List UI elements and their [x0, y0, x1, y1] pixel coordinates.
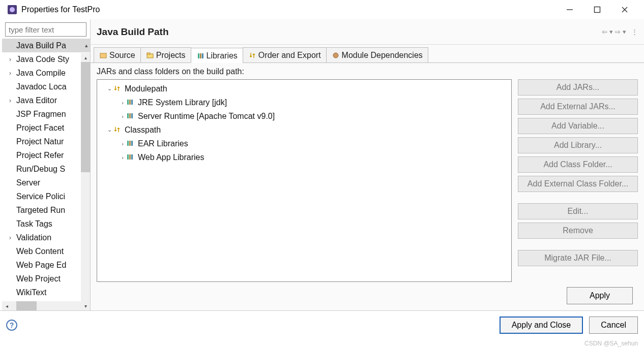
tree-row[interactable]: ›EAR Libraries [100, 137, 508, 150]
sidebar-item[interactable]: Web Page Ed [2, 258, 90, 272]
tree-row[interactable]: ⌄Classpath [100, 123, 508, 137]
source-icon [99, 51, 107, 59]
sidebar-item[interactable]: Project Facet [2, 121, 90, 135]
window-controls [563, 3, 632, 17]
edit-button[interactable]: Edit... [518, 203, 638, 219]
page-toolbar: ⇦ ▾ ⇨ ▾ ⋮ [602, 28, 638, 36]
tab-label: Source [109, 51, 135, 60]
dialog-footer: ? Apply and Close Cancel [0, 311, 644, 339]
chevron-right-icon[interactable]: › [119, 100, 127, 106]
tree-item-label: Classpath [125, 125, 161, 135]
sidebar-item-label: Project Facet [16, 123, 64, 133]
sidebar-item[interactable]: Task Tags [2, 217, 90, 231]
forward-menu-icon[interactable]: ▾ [623, 28, 626, 36]
page-title: Java Build Path [97, 26, 602, 38]
sidebar-item-label: JSP Fragmen [16, 110, 66, 119]
scroll-thumb[interactable] [81, 62, 90, 172]
tab[interactable]: Order and Export [243, 47, 327, 62]
migrate-jar-button[interactable]: Migrate JAR File... [518, 250, 638, 266]
apply-and-close-button[interactable]: Apply and Close [500, 317, 583, 334]
chevron-right-icon[interactable]: › [119, 154, 127, 161]
tree-row[interactable]: ›Web App Libraries [100, 150, 508, 164]
sidebar-item[interactable]: ›Java Code Sty [2, 52, 90, 66]
scroll-up-icon[interactable]: ▴ [81, 53, 90, 62]
add-jars-button[interactable]: Add JARs... [518, 79, 638, 96]
add-library-button[interactable]: Add Library... [518, 137, 638, 153]
button-column: Add JARs... Add External JARs... Add Var… [518, 79, 638, 282]
cancel-button[interactable]: Cancel [589, 317, 638, 334]
svg-rect-24 [131, 154, 133, 160]
module-icon [332, 51, 340, 59]
maximize-button[interactable] [590, 3, 604, 17]
library-icon [127, 99, 135, 107]
chevron-right-icon: › [9, 234, 16, 241]
scroll-thumb-h[interactable] [16, 301, 37, 310]
sidebar-item[interactable]: Project Natur [2, 135, 90, 148]
library-icon [127, 112, 135, 120]
view-menu-icon[interactable]: ⋮ [631, 28, 638, 36]
sidebar-item[interactable]: WikiText [2, 286, 90, 299]
apply-button[interactable]: Apply [567, 287, 633, 304]
order-icon [248, 51, 256, 59]
chevron-down-icon[interactable]: ⌄ [105, 85, 113, 92]
tree-item-label: Modulepath [125, 84, 167, 93]
sidebar-item[interactable]: ›Java Editor [2, 93, 90, 107]
scroll-down-icon[interactable]: ▾ [81, 301, 90, 310]
sidebar-item[interactable]: Web Project [2, 272, 90, 286]
sidebar-item[interactable]: Java Build Pa ▴ [2, 39, 90, 52]
add-external-class-folder-button[interactable]: Add External Class Folder... [518, 176, 638, 192]
filter-input[interactable] [5, 22, 86, 37]
sidebar-item[interactable]: JSP Fragmen [2, 107, 90, 121]
sidebar-item[interactable]: ›Java Compile [2, 66, 90, 80]
add-class-folder-button[interactable]: Add Class Folder... [518, 156, 638, 173]
tab-label: Module Dependencies [342, 51, 423, 60]
chevron-right-icon[interactable]: › [119, 113, 127, 119]
close-button[interactable] [618, 3, 632, 17]
sidebar-item[interactable]: Project Refer [2, 148, 90, 162]
sidebar-vertical-scrollbar[interactable]: ▴ ▾ [81, 62, 90, 301]
tab[interactable]: Projects [140, 47, 191, 62]
svg-rect-3 [595, 7, 600, 13]
add-external-jars-button[interactable]: Add External JARs... [518, 99, 638, 115]
minimize-button[interactable] [563, 3, 577, 17]
sidebar-item[interactable]: ›Validation [2, 231, 90, 244]
tab[interactable]: Module Dependencies [326, 47, 428, 62]
tab-label: Order and Export [258, 51, 321, 60]
forward-icon[interactable]: ⇨ [615, 28, 621, 36]
svg-rect-13 [127, 100, 129, 105]
sidebar-item-label: Javadoc Loca [16, 82, 67, 91]
tree-item-label: EAR Libraries [138, 139, 188, 148]
sidebar-item[interactable]: Run/Debug S [2, 162, 90, 176]
back-menu-icon[interactable]: ▾ [609, 28, 613, 36]
svg-rect-19 [127, 141, 129, 146]
svg-point-12 [333, 53, 338, 58]
library-tree[interactable]: ⌄Modulepath›JRE System Library [jdk]›Ser… [97, 79, 512, 282]
tree-item-label: JRE System Library [jdk] [138, 98, 227, 107]
sidebar-item[interactable]: Service Polici [2, 189, 90, 203]
tab[interactable]: Libraries [191, 48, 243, 63]
sidebar-item-label: Web Page Ed [16, 261, 66, 270]
chevron-right-icon[interactable]: › [119, 141, 127, 147]
projects-icon [146, 51, 154, 59]
back-icon[interactable]: ⇦ [602, 28, 607, 36]
sidebar: Java Build Pa ▴›Java Code Sty›Java Compi… [0, 19, 91, 310]
remove-button[interactable]: Remove [518, 223, 638, 239]
sidebar-item[interactable]: Web Content [2, 244, 90, 258]
sidebar-item-label: Java Compile [16, 69, 66, 78]
sidebar-item[interactable]: Targeted Run [2, 203, 90, 217]
chevron-down-icon[interactable]: ⌄ [105, 126, 113, 133]
sidebar-horizontal-scrollbar[interactable]: ◂ ▸ [2, 301, 90, 310]
sidebar-item-label: WikiText [16, 288, 47, 297]
sidebar-item[interactable]: Javadoc Loca [2, 80, 90, 93]
add-variable-button[interactable]: Add Variable... [518, 118, 638, 134]
help-icon[interactable]: ? [6, 320, 17, 331]
tree-row[interactable]: ›Server Runtime [Apache Tomcat v9.0] [100, 109, 508, 123]
tree-row[interactable]: ›JRE System Library [jdk] [100, 96, 508, 109]
library-icon [127, 140, 135, 148]
content-pane: Java Build Path ⇦ ▾ ⇨ ▾ ⋮ SourceProjects… [91, 19, 644, 310]
tab[interactable]: Source [94, 47, 141, 62]
scroll-left-icon[interactable]: ◂ [2, 303, 11, 309]
sidebar-item[interactable]: Server [2, 176, 90, 189]
tree-row[interactable]: ⌄Modulepath [100, 82, 508, 96]
app-icon [6, 4, 18, 16]
